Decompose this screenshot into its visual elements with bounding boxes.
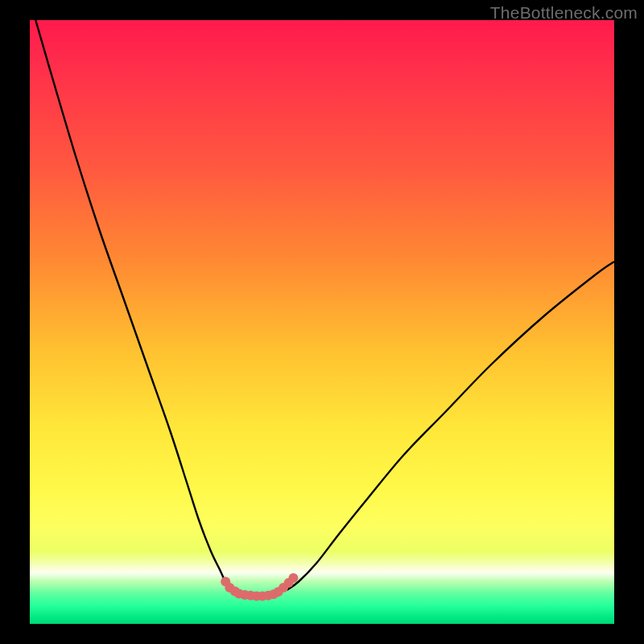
marker-cluster <box>221 573 298 601</box>
curve-left-branch <box>35 20 237 592</box>
chart-plot-area <box>30 20 614 624</box>
curve-right-branch <box>287 262 614 590</box>
chart-svg <box>30 20 614 624</box>
chart-frame: TheBottleneck.com <box>0 0 644 644</box>
marker-dot <box>288 573 298 583</box>
watermark-text: TheBottleneck.com <box>490 3 638 23</box>
